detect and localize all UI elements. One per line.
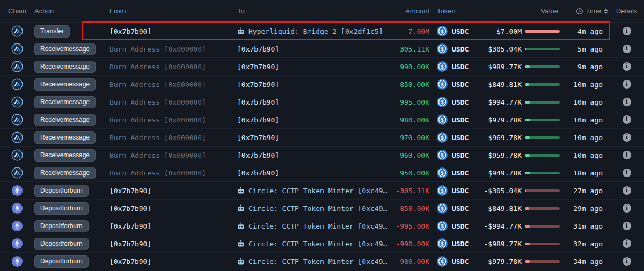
action-button[interactable]: Receivemessage: [34, 61, 96, 73]
token-tag[interactable]: $ USDC: [429, 256, 478, 267]
from-address-link[interactable]: Burn Address [0x000000]: [109, 98, 206, 106]
action-button[interactable]: Receivemessage: [34, 78, 96, 91]
to-address-link[interactable]: [0x7b7b90]: [237, 151, 279, 159]
sort-toggle-icon[interactable]: [604, 9, 608, 14]
token-tag[interactable]: $ USDC: [429, 114, 478, 125]
from-address-link[interactable]: Burn Address [0x000000]: [109, 116, 206, 124]
details-info-button[interactable]: i: [623, 98, 631, 106]
action-button[interactable]: Depositforburn: [34, 185, 89, 197]
to-address-link[interactable]: Circle: CCTP Token Minter [0xc49…: [237, 258, 387, 266]
time-ago: 18m ago: [573, 169, 603, 177]
usd-value: $305.04K: [488, 45, 522, 53]
token-tag[interactable]: $ USDC: [429, 43, 478, 54]
from-address-link[interactable]: [0x7b7b90]: [109, 187, 151, 195]
action-button[interactable]: Transfer: [34, 25, 70, 38]
from-address-link[interactable]: Burn Address [0x000000]: [109, 169, 206, 177]
to-address-link[interactable]: Circle: CCTP Token Minter [0xc49…: [237, 240, 387, 248]
to-address-link[interactable]: Circle: CCTP Token Minter [0xc49…: [237, 222, 387, 230]
to-address-link[interactable]: [0x7b7b90]: [237, 63, 279, 71]
from-address-link[interactable]: Burn Address [0x000000]: [109, 45, 206, 53]
details-info-button[interactable]: i: [623, 27, 631, 35]
table-row: Receivemessage Burn Address [0x000000] […: [0, 40, 644, 58]
ethereum-chain-icon: [11, 185, 23, 196]
action-button[interactable]: Depositforburn: [34, 255, 89, 268]
token-symbol: USDC: [452, 27, 469, 35]
robot-entity-icon: [237, 27, 245, 35]
to-address-link[interactable]: Circle: CCTP Token Minter [0xc49…: [237, 204, 387, 213]
value-magnitude-bar: [525, 48, 560, 50]
to-address-label: Circle: CCTP Token Minter [0xc49…: [248, 258, 387, 266]
details-info-button[interactable]: i: [623, 115, 631, 124]
from-address-link[interactable]: Burn Address [0x000000]: [109, 63, 206, 71]
action-button[interactable]: Receivemessage: [34, 131, 96, 144]
usdc-token-icon: $: [437, 185, 448, 196]
ethereum-chain-icon: [11, 202, 23, 214]
usd-value: $969.78K: [488, 134, 522, 142]
details-info-button[interactable]: i: [623, 133, 631, 142]
from-address-link[interactable]: [0x7b7b90]: [109, 204, 151, 213]
svg-text:$: $: [441, 152, 444, 158]
to-address-link[interactable]: [0x7b7b90]: [237, 116, 279, 124]
details-info-button[interactable]: i: [623, 257, 631, 266]
token-tag[interactable]: $ USDC: [429, 61, 478, 72]
token-tag[interactable]: $ USDC: [429, 203, 478, 214]
action-button[interactable]: Depositforburn: [34, 220, 89, 232]
token-tag[interactable]: $ USDC: [429, 221, 478, 231]
token-symbol: USDC: [452, 98, 469, 106]
action-button[interactable]: Receivemessage: [34, 114, 96, 126]
from-address-link[interactable]: Burn Address [0x000000]: [109, 134, 206, 142]
token-tag[interactable]: $ USDC: [429, 26, 478, 36]
details-info-button[interactable]: i: [623, 222, 631, 230]
token-tag[interactable]: $ USDC: [429, 150, 478, 160]
to-address-link[interactable]: [0x7b7b90]: [237, 80, 279, 89]
table-row: Receivemessage Burn Address [0x000000] […: [0, 147, 644, 164]
from-address-link[interactable]: [0x7b7b90]: [109, 222, 151, 230]
amount-value: -7.00M: [404, 27, 429, 35]
from-address-link[interactable]: Burn Address [0x000000]: [109, 80, 206, 89]
chain-cell: [0, 25, 34, 37]
chain-cell: [0, 131, 34, 143]
action-button[interactable]: Depositforburn: [34, 202, 89, 215]
token-tag[interactable]: $ USDC: [429, 238, 478, 249]
token-tag[interactable]: $ USDC: [429, 185, 478, 196]
to-address-link[interactable]: Circle: CCTP Token Minter [0xc49…: [237, 187, 387, 195]
clock-icon: [576, 8, 583, 15]
amount-value: 305.11K: [400, 45, 429, 53]
from-address-link[interactable]: [0x7b7b90]: [109, 240, 151, 248]
token-tag[interactable]: $ USDC: [429, 132, 478, 143]
usd-value: $949.78K: [488, 169, 522, 177]
token-tag[interactable]: $ USDC: [429, 79, 478, 90]
from-address-link[interactable]: Burn Address [0x000000]: [109, 151, 206, 159]
ethereum-chain-icon: [11, 238, 23, 250]
action-button[interactable]: Receivemessage: [34, 149, 96, 162]
token-tag[interactable]: $ USDC: [429, 97, 478, 107]
header-time[interactable]: Time: [560, 7, 609, 15]
from-address-link[interactable]: [0x7b7b90]: [109, 258, 151, 266]
svg-text:$: $: [441, 64, 444, 70]
details-info-button[interactable]: i: [623, 204, 631, 213]
details-info-button[interactable]: i: [623, 151, 631, 159]
action-button[interactable]: Depositforburn: [34, 238, 89, 250]
details-info-button[interactable]: i: [623, 239, 631, 248]
to-address-link[interactable]: [0x7b7b90]: [237, 169, 279, 177]
action-button[interactable]: Receivemessage: [34, 167, 96, 179]
from-address-link[interactable]: [0x7b7b90]: [109, 27, 151, 35]
to-address-link[interactable]: [0x7b7b90]: [237, 45, 279, 53]
to-address-label: [0x7b7b90]: [237, 134, 279, 142]
action-button[interactable]: Receivemessage: [34, 96, 96, 108]
details-info-button[interactable]: i: [623, 186, 631, 195]
details-info-button[interactable]: i: [623, 62, 631, 71]
amount-value: -305.11K: [396, 187, 429, 195]
to-address-link[interactable]: [0x7b7b90]: [237, 98, 279, 106]
action-button[interactable]: Receivemessage: [34, 43, 96, 55]
details-info-button[interactable]: i: [623, 169, 631, 177]
token-tag[interactable]: $ USDC: [429, 167, 478, 178]
details-info-button[interactable]: i: [623, 45, 631, 53]
to-address-link[interactable]: Hyperliquid: Bridge 2 [0x2df1c5]: [237, 27, 383, 35]
table-row: Receivemessage Burn Address [0x000000] […: [0, 58, 644, 76]
details-info-button[interactable]: i: [623, 80, 631, 89]
chain-cell: [0, 149, 34, 161]
to-address-label: [0x7b7b90]: [237, 45, 279, 53]
header-action: Action: [34, 7, 109, 15]
to-address-link[interactable]: [0x7b7b90]: [237, 134, 279, 142]
